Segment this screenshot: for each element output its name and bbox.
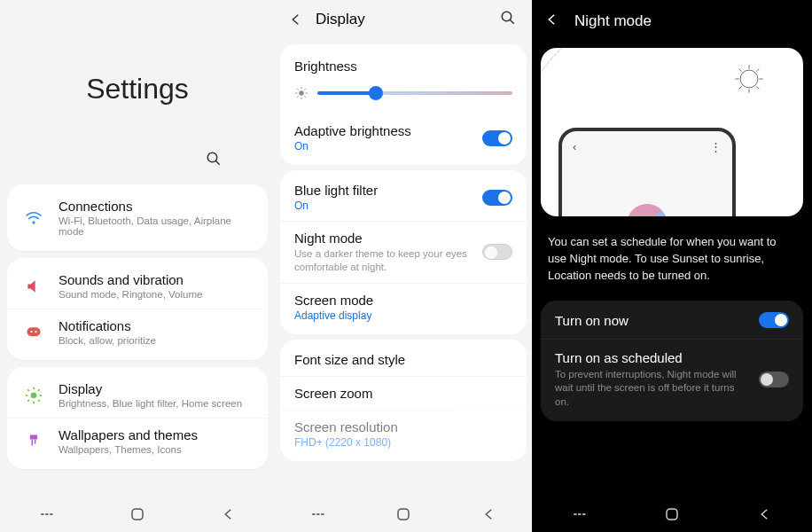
svg-line-14	[38, 389, 40, 391]
item-label: Adaptive brightness	[294, 123, 512, 138]
display-group-modes: Blue light filter On Night mode Use a da…	[280, 170, 527, 334]
item-screen-mode[interactable]: Screen mode Adaptive display	[280, 283, 527, 331]
search-button[interactable]	[206, 151, 222, 170]
svg-point-4	[30, 331, 32, 332]
row-wallpapers[interactable]: Wallpapers and themes Wallpapers, Themes…	[7, 418, 268, 464]
night-appbar: Night mode	[532, 0, 812, 43]
sun-icon	[294, 86, 308, 100]
item-label: Screen resolution	[294, 419, 512, 434]
item-night-mode[interactable]: Night mode Use a darker theme to keep yo…	[280, 221, 527, 283]
brightness-slider[interactable]	[317, 91, 512, 95]
item-desc: Use a darker theme to keep your eyes com…	[294, 247, 512, 274]
svg-rect-46	[667, 509, 677, 520]
row-title: Connections	[59, 199, 254, 214]
settings-hero: Settings	[0, 0, 275, 177]
item-screen-zoom[interactable]: Screen zoom	[280, 376, 527, 410]
row-subtitle: Wallpapers, Themes, Icons	[59, 444, 254, 455]
svg-line-42	[757, 69, 760, 72]
chevron-left-icon	[288, 12, 304, 27]
display-group-font: Font size and style Screen zoom Screen r…	[280, 340, 527, 461]
recents-button[interactable]	[561, 501, 597, 528]
home-button[interactable]	[120, 501, 155, 528]
sun-outline-icon	[734, 64, 764, 94]
android-navbar	[275, 497, 532, 532]
settings-card-connections: Connections Wi-Fi, Bluetooth, Data usage…	[7, 184, 268, 251]
svg-rect-3	[27, 327, 41, 336]
item-font-size[interactable]: Font size and style	[280, 343, 527, 376]
item-value: Adaptive display	[294, 309, 512, 322]
android-navbar	[532, 497, 812, 532]
recents-button[interactable]	[300, 501, 335, 528]
svg-line-12	[38, 400, 40, 402]
item-screen-resolution[interactable]: Screen resolution FHD+ (2220 x 1080)	[280, 410, 527, 458]
item-label: Turn on now	[555, 313, 789, 328]
item-value: On	[294, 200, 512, 212]
back-button[interactable]	[285, 12, 307, 27]
back-button[interactable]	[472, 501, 507, 528]
page-title: Display	[316, 11, 500, 28]
item-label: Night mode	[294, 231, 512, 246]
row-sounds[interactable]: Sounds and vibration Sound mode, Rington…	[7, 263, 268, 309]
row-subtitle: Wi-Fi, Bluetooth, Data usage, Airplane m…	[59, 215, 254, 237]
night-mode-info-text: You can set a schedule for when you want…	[532, 222, 812, 301]
display-appbar: Display	[275, 0, 532, 39]
search-button[interactable]	[500, 10, 521, 29]
svg-point-6	[31, 392, 37, 398]
theme-circle-icon	[627, 204, 668, 216]
settings-screen: Settings Connections Wi-Fi, Bluetooth, D…	[0, 0, 275, 532]
search-icon	[500, 10, 516, 26]
svg-point-2	[32, 221, 35, 223]
page-title: Night mode	[574, 12, 652, 30]
item-blue-light[interactable]: Blue light filter On	[280, 174, 527, 221]
svg-line-13	[27, 400, 29, 402]
turn-on-scheduled-toggle[interactable]	[759, 372, 789, 387]
home-button[interactable]	[386, 501, 421, 528]
brightness-section: Brightness	[280, 48, 527, 114]
device-mockup: ‹ ⋮	[558, 128, 736, 216]
svg-line-11	[27, 389, 29, 391]
android-navbar	[0, 497, 275, 532]
svg-line-1	[215, 160, 220, 165]
blue-light-toggle[interactable]	[482, 190, 512, 206]
brightness-icon	[21, 387, 46, 404]
night-mode-screen: Night mode ‹ ⋮ You can set a schedule fo…	[532, 0, 812, 532]
row-connections[interactable]: Connections Wi-Fi, Bluetooth, Data usage…	[7, 190, 268, 246]
brush-icon	[21, 433, 46, 450]
night-mode-toggle[interactable]	[482, 244, 512, 260]
slider-thumb[interactable]	[369, 86, 383, 100]
row-subtitle: Sound mode, Ringtone, Volume	[59, 289, 254, 300]
settings-card-display-themes: Display Brightness, Blue light filter, H…	[7, 367, 268, 469]
back-button[interactable]	[211, 501, 246, 528]
item-label: Turn on as scheduled	[555, 350, 789, 365]
svg-line-40	[757, 87, 760, 90]
back-button[interactable]	[747, 501, 783, 528]
back-button[interactable]	[544, 12, 564, 31]
svg-line-28	[297, 96, 298, 97]
svg-line-26	[297, 89, 298, 90]
svg-point-21	[299, 90, 303, 95]
item-label: Screen mode	[294, 293, 512, 308]
item-turn-on-now[interactable]: Turn on now	[541, 302, 803, 339]
row-notifications[interactable]: Notifications Block, allow, prioritize	[7, 309, 268, 355]
svg-line-20	[510, 20, 514, 24]
svg-line-41	[739, 87, 742, 90]
row-display[interactable]: Display Brightness, Blue light filter, H…	[7, 372, 268, 418]
item-label: Font size and style	[294, 352, 512, 367]
home-button[interactable]	[654, 501, 690, 528]
item-turn-on-scheduled[interactable]: Turn on as scheduled To prevent interrup…	[541, 339, 803, 420]
chevron-left-icon: ‹	[573, 140, 576, 153]
svg-point-5	[35, 331, 36, 332]
item-adaptive-brightness[interactable]: Adaptive brightness On	[280, 114, 527, 161]
display-group-brightness: Brightness Adaptive brightness On	[280, 44, 527, 165]
svg-line-27	[304, 96, 305, 97]
adaptive-brightness-toggle[interactable]	[482, 130, 512, 146]
svg-line-39	[739, 69, 742, 72]
svg-point-19	[502, 12, 511, 21]
recents-button[interactable]	[28, 501, 64, 528]
svg-point-0	[207, 153, 217, 162]
item-value: FHD+ (2220 x 1080)	[294, 436, 512, 449]
row-subtitle: Brightness, Blue light filter, Home scre…	[59, 398, 254, 409]
turn-on-now-toggle[interactable]	[759, 312, 789, 328]
svg-rect-33	[398, 509, 409, 520]
display-screen: Display Brightness Adaptive brightness O…	[275, 0, 532, 532]
